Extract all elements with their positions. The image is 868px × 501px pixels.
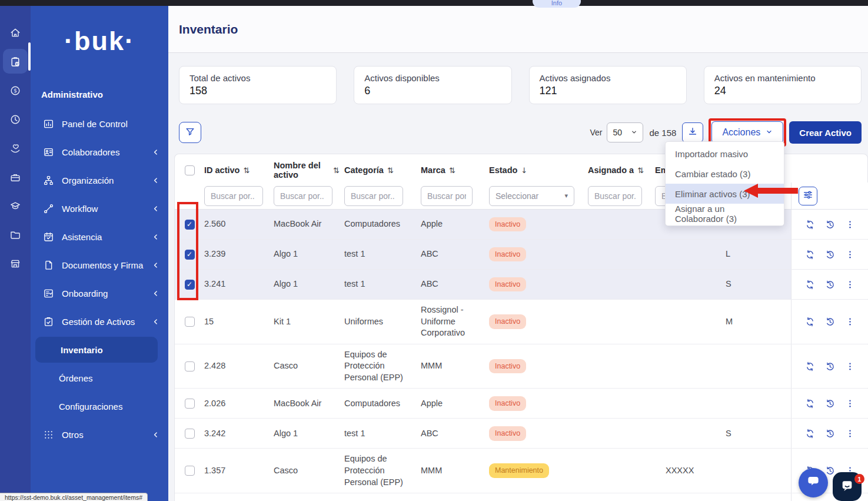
row-checkbox[interactable]: [185, 317, 195, 327]
column-header-id-activo[interactable]: ID activo⇅: [204, 165, 274, 175]
history-button[interactable]: [825, 429, 835, 439]
chat-bubble-icon: [806, 474, 821, 492]
row-checkbox[interactable]: [185, 280, 195, 290]
column-label: Nombre del activo: [274, 161, 330, 180]
rail-item-asset-clipboard[interactable]: [2, 47, 28, 76]
history-button[interactable]: [825, 399, 835, 409]
reassign-button[interactable]: [805, 361, 815, 371]
rail-item-benefits[interactable]: [2, 134, 28, 162]
cell-categoria: test 1: [344, 274, 421, 295]
select-arrow-icon: ▾: [564, 192, 568, 200]
sliders-icon: [803, 190, 813, 202]
sidebar-item-gestion-de-activos[interactable]: Gestión de Activos: [31, 307, 168, 336]
rail-item-folder[interactable]: [2, 220, 28, 249]
column-header-categoria[interactable]: Categoría⇅: [344, 165, 421, 175]
cell-nombre: Algo 1: [274, 274, 344, 295]
row-menu-button[interactable]: [845, 250, 855, 260]
sidebar-item-otros[interactable]: Otros: [31, 420, 168, 449]
rail-item-home[interactable]: [2, 18, 28, 47]
calendar-icon: [43, 231, 54, 243]
row-checkbox[interactable]: [185, 429, 195, 439]
history-button[interactable]: [825, 250, 835, 260]
table-row: 1.357CascoEquipos de Protección Personal…: [175, 449, 867, 493]
sidebar-item-asistencia[interactable]: Asistencia: [31, 223, 168, 251]
sort-icon[interactable]: ⇅: [637, 166, 644, 175]
column-header-asignado-a[interactable]: Asignado a⇅: [588, 165, 655, 175]
history-button[interactable]: [825, 466, 835, 476]
org-icon: [43, 175, 54, 186]
rail-item-store[interactable]: [2, 249, 28, 278]
chat-launcher-button[interactable]: [799, 468, 828, 497]
sidebar-item-configuraciones[interactable]: Configuraciones: [31, 392, 168, 420]
sidebar-item-colaboradores[interactable]: Colaboradores: [31, 138, 168, 166]
sidebar-item-panel-de-control[interactable]: Panel de Control: [31, 110, 168, 138]
rail-item-payroll[interactable]: $: [2, 76, 28, 105]
row-menu-button[interactable]: [845, 361, 855, 371]
filter-input-id-activo[interactable]: [204, 186, 263, 206]
rail-item-time[interactable]: [2, 105, 28, 134]
sort-icon[interactable]: ⇅: [449, 166, 455, 175]
table-row: 3.242Algo 1test 1ABCInactivoS: [175, 419, 867, 449]
column-header-marca[interactable]: Marca⇅: [421, 165, 489, 175]
row-checkbox[interactable]: [185, 399, 195, 409]
filter-input-asignado-a[interactable]: [588, 186, 642, 206]
cell-estado: Inactivo: [489, 422, 588, 446]
row-menu-button[interactable]: [845, 220, 855, 230]
sort-icon[interactable]: ⇅: [243, 166, 250, 175]
filter-input-categoria[interactable]: [344, 186, 403, 206]
sidebar-item-organizacion[interactable]: Organización: [31, 166, 168, 194]
column-settings-button[interactable]: [799, 187, 817, 205]
sidebar-item-workflow[interactable]: Workflow: [31, 194, 168, 223]
acciones-button[interactable]: Acciones: [711, 121, 783, 144]
row-menu-button[interactable]: [845, 399, 855, 409]
sort-icon[interactable]: ↓: [521, 166, 527, 175]
download-button[interactable]: [682, 122, 703, 142]
row-checkbox[interactable]: [185, 250, 195, 260]
page-size-select[interactable]: 50: [607, 122, 643, 142]
reassign-button[interactable]: [805, 399, 815, 409]
filter-input-nombre-del-activo[interactable]: [274, 186, 332, 206]
cell-asignado: [588, 250, 655, 259]
rail-item-box[interactable]: [2, 162, 28, 191]
rail-item-training[interactable]: [2, 191, 28, 220]
sidebar-item-inventario[interactable]: Inventario: [31, 336, 168, 364]
row-menu-button[interactable]: [845, 429, 855, 439]
stat-label: Activos disponibles: [364, 73, 501, 83]
box-icon: [9, 171, 21, 183]
row-checkbox[interactable]: [185, 220, 195, 230]
stat-card-activos-en-mantenimiento: Activos en mantenimiento24: [704, 66, 862, 104]
sort-icon[interactable]: ⇅: [333, 166, 340, 175]
reassign-button[interactable]: [805, 280, 815, 290]
column-header-estado[interactable]: Estado↓: [489, 165, 588, 175]
cell-id: 2.560: [204, 214, 274, 235]
row-menu-button[interactable]: [845, 280, 855, 290]
menu-item-cambiar-estado-3[interactable]: Cambiar estado (3): [666, 164, 784, 184]
cell-empresa: [655, 361, 714, 371]
history-button[interactable]: [825, 317, 835, 327]
crear-activo-button[interactable]: Crear Activo: [789, 121, 862, 144]
reassign-button[interactable]: [805, 220, 815, 230]
menu-item-importador-masivo[interactable]: Importador masivo: [666, 144, 784, 164]
reassign-button[interactable]: [805, 250, 815, 260]
row-checkbox[interactable]: [185, 361, 195, 371]
sort-icon[interactable]: ⇅: [387, 166, 394, 175]
history-button[interactable]: [825, 361, 835, 371]
filter-input-marca[interactable]: [421, 186, 473, 206]
history-button[interactable]: [825, 280, 835, 290]
history-button[interactable]: [825, 220, 835, 230]
filter-button[interactable]: [179, 122, 201, 143]
reassign-button[interactable]: [805, 317, 815, 327]
sidebar-item-onboarding[interactable]: Onboarding: [31, 279, 168, 307]
cell-talla: [714, 466, 791, 476]
page-header: Inventario: [168, 6, 868, 53]
filter-select-estado[interactable]: Seleccionar▾: [489, 186, 574, 206]
select-all-checkbox[interactable]: [185, 165, 195, 175]
menu-item-asignar-a-un-colaborador-3[interactable]: Asignar a un Colaborador (3): [666, 204, 784, 224]
column-label: Categoría: [344, 165, 384, 175]
row-menu-button[interactable]: [845, 317, 855, 327]
sidebar-item-documentos-y-firma[interactable]: Documentos y Firma: [31, 251, 168, 279]
reassign-button[interactable]: [805, 429, 815, 439]
column-header-nombre-del-activo[interactable]: Nombre del activo⇅: [274, 161, 344, 180]
sidebar-item-ordenes[interactable]: Órdenes: [31, 364, 168, 392]
row-checkbox[interactable]: [185, 466, 195, 476]
